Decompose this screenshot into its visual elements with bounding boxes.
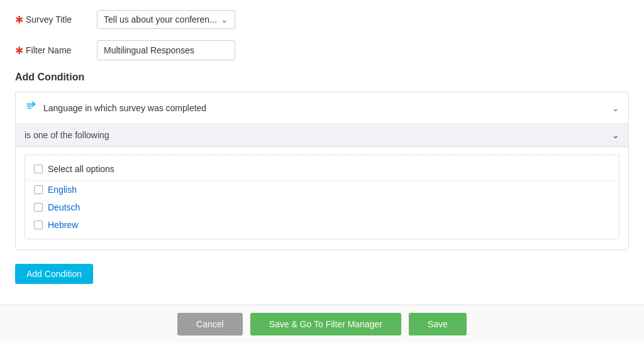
option-label-hebrew[interactable]: Hebrew [48,220,78,230]
survey-title-row: ✱ Survey Title Tell us about your confer… [15,10,629,29]
filter-name-text: Filter Name [26,45,71,55]
option-checkbox-hebrew[interactable] [34,220,43,229]
select-all-checkbox[interactable] [34,165,43,173]
condition-chevron-icon: ⌄ [612,103,619,113]
survey-title-text: Survey Title [26,14,72,24]
add-condition-section: Add Condition Language in which survey w… [15,72,629,284]
add-condition-button[interactable]: Add Condition [15,264,93,284]
condition-operator-label: is one of the following [25,130,109,140]
condition-operator-row[interactable]: is one of the following ⌄ [16,124,628,147]
option-checkbox-deutsch[interactable] [34,203,43,212]
required-star-2: ✱ [15,45,23,57]
operator-chevron-icon: ⌄ [612,130,619,140]
footer: Cancel Save & Go To Filter Manager Save [0,305,644,343]
chevron-down-icon: ⌄ [221,14,228,24]
add-condition-title: Add Condition [15,72,629,83]
filter-name-input[interactable] [97,40,235,60]
survey-title-dropdown[interactable]: Tell us about your conferen... ⌄ [97,10,235,29]
filter-name-row: ✱ Filter Name [15,40,629,60]
option-row: Deutsch [25,199,619,216]
select-all-label: Select all options [48,164,114,174]
condition-box: Language in which survey was completed ⌄… [15,92,629,250]
options-area: Select all options English Deutsch Hebre… [16,147,628,249]
option-label-deutsch[interactable]: Deutsch [48,202,80,212]
survey-title-value: Tell us about your conferen... [104,14,217,24]
option-checkbox-english[interactable] [34,185,43,194]
option-row: English [25,181,619,199]
survey-title-label: ✱ Survey Title [15,14,97,26]
required-star: ✱ [15,14,23,26]
save-button[interactable]: Save [409,313,467,335]
cancel-button[interactable]: Cancel [177,313,243,335]
condition-type-row[interactable]: Language in which survey was completed ⌄ [16,92,628,124]
option-label-english[interactable]: English [48,185,77,195]
options-container: Select all options English Deutsch Hebre… [25,155,619,239]
options-list: English Deutsch Hebrew [25,181,619,234]
condition-type-label: Language in which survey was completed [43,103,206,113]
select-all-row: Select all options [25,160,619,181]
option-row: Hebrew [25,216,619,234]
main-content: ✱ Survey Title Tell us about your confer… [0,0,644,305]
save-go-button[interactable]: Save & Go To Filter Manager [250,313,401,335]
condition-row-left: Language in which survey was completed [25,100,206,116]
filter-name-label: ✱ Filter Name [15,45,97,57]
translate-icon [25,100,37,116]
